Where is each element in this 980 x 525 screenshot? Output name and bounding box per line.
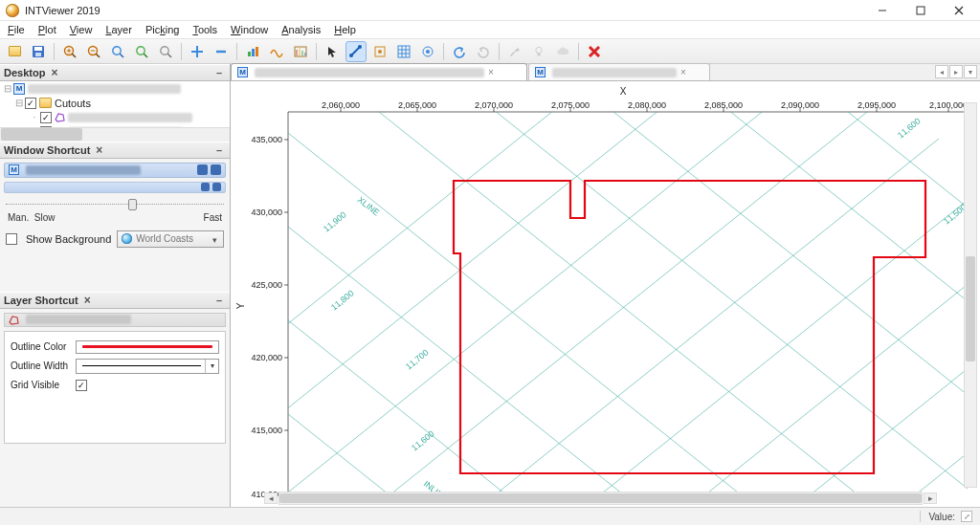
svg-point-32: [358, 45, 362, 49]
menu-analysis[interactable]: Analysis: [278, 23, 324, 36]
tab-nav-prev[interactable]: ◂: [935, 65, 948, 78]
svg-text:11,900: 11,900: [322, 209, 348, 233]
layer-shortcut-collapse-icon[interactable]: –: [212, 295, 226, 306]
target-button[interactable]: [417, 41, 438, 62]
undo-button[interactable]: [449, 41, 470, 62]
menu-layer[interactable]: Layer: [101, 23, 136, 36]
ws-window-item[interactable]: M: [4, 163, 226, 178]
tree-h-scrollbar[interactable]: [0, 127, 230, 142]
chart-spectrum-button[interactable]: [290, 41, 311, 62]
wrench-button[interactable]: [504, 41, 525, 62]
tab-nav-next[interactable]: ▸: [949, 65, 963, 78]
menu-picking[interactable]: Picking: [142, 23, 183, 36]
map-plot[interactable]: X 2,060,0002,065,0002,070,000 2,075,0002…: [231, 81, 980, 507]
svg-text:11,800: 11,800: [329, 288, 356, 312]
svg-line-88: [642, 330, 980, 507]
pointer-button[interactable]: [322, 41, 343, 62]
svg-point-34: [378, 50, 382, 54]
delete-button[interactable]: [584, 41, 605, 62]
svg-text:11,600: 11,600: [896, 116, 923, 140]
svg-line-8: [72, 54, 76, 57]
titlebar: INTViewer 2019: [0, 0, 980, 21]
tab-close-icon[interactable]: ×: [680, 67, 686, 77]
zoom-reset-button[interactable]: [155, 41, 176, 62]
menu-plot[interactable]: Plot: [34, 23, 60, 36]
desktop-panel-collapse-icon[interactable]: –: [212, 67, 226, 78]
menu-view[interactable]: View: [66, 23, 97, 36]
desktop-panel-close-icon[interactable]: ×: [49, 67, 59, 78]
ws-slow-label: Slow: [34, 212, 56, 223]
window-minimize-button[interactable]: [863, 0, 902, 21]
show-background-checkbox[interactable]: [6, 233, 17, 245]
outline-color-picker[interactable]: [76, 340, 219, 354]
svg-text:415,000: 415,000: [251, 426, 282, 435]
menu-file[interactable]: File: [4, 23, 29, 36]
window-maximize-button[interactable]: [902, 0, 940, 21]
status-expand-icon[interactable]: ⤢: [961, 511, 972, 522]
window-shortcut-header[interactable]: Window Shortcut × –: [0, 142, 230, 159]
menu-window[interactable]: Window: [227, 23, 272, 36]
grid-visible-checkbox[interactable]: ✓: [76, 380, 87, 391]
toolbar-separator: [578, 43, 579, 60]
redo-button[interactable]: [473, 41, 494, 62]
grid-edit-button[interactable]: [393, 41, 414, 62]
zoom-rubber-button[interactable]: [107, 41, 128, 62]
menu-help[interactable]: Help: [330, 23, 360, 36]
svg-rect-25: [256, 47, 258, 56]
layer-item-header[interactable]: [4, 313, 226, 327]
window-close-button[interactable]: [940, 0, 978, 21]
desktop-panel-header[interactable]: Desktop × –: [0, 64, 230, 81]
chevron-down-icon: ▾: [209, 234, 220, 246]
background-combo[interactable]: World Coasts ▾: [117, 230, 224, 248]
tab-nav-menu[interactable]: ▾: [964, 65, 977, 78]
svg-text:Y: Y: [235, 302, 246, 309]
scroll-right-icon[interactable]: ▸: [924, 492, 937, 504]
minus-button[interactable]: [211, 41, 232, 62]
layer-shortcut-header[interactable]: Layer Shortcut × –: [0, 292, 230, 309]
x-axis-title: X: [620, 86, 627, 97]
desktop-tree[interactable]: ⊟M ⊟✓Cutouts ·✓ ·✓ ·✓ ·✓ ·✓ ⊟M ·✓: [0, 81, 230, 142]
layer-shortcut-close-icon[interactable]: ×: [82, 295, 93, 306]
zoom-out-button[interactable]: [83, 41, 104, 62]
statusbar: Value: ⤢: [0, 507, 980, 525]
chart-bar-button[interactable]: [242, 41, 263, 62]
lightbulb-button[interactable]: [528, 41, 549, 62]
svg-rect-43: [538, 53, 541, 55]
outline-width-combo[interactable]: ▾: [76, 359, 219, 374]
document-tab-1[interactable]: M×: [231, 63, 527, 80]
menu-tools[interactable]: Tools: [189, 23, 221, 36]
ruler-button[interactable]: [345, 41, 367, 62]
ws-mini-icon: [211, 164, 221, 175]
svg-point-42: [536, 47, 542, 53]
svg-line-86: [527, 253, 980, 507]
plot-v-scrollbar[interactable]: [964, 102, 977, 488]
window-shortcut-collapse-icon[interactable]: –: [212, 144, 226, 156]
plot-h-scrollbar[interactable]: ◂ ▸: [278, 492, 923, 505]
svg-text:11,700: 11,700: [404, 347, 431, 371]
svg-line-12: [96, 54, 100, 57]
chart-wave-button[interactable]: [266, 41, 287, 62]
zoom-fit-button[interactable]: [131, 41, 152, 62]
app-logo-icon: [6, 4, 19, 17]
document-tab-2[interactable]: M×: [528, 63, 710, 80]
layer-shortcut-title: Layer Shortcut: [4, 295, 78, 306]
window-shortcut-close-icon[interactable]: ×: [94, 144, 104, 156]
cloud-button[interactable]: [552, 41, 573, 62]
grid-visible-label: Grid Visible: [11, 380, 70, 390]
save-button[interactable]: [28, 41, 49, 62]
svg-line-91: [231, 81, 881, 507]
playback-speed-slider[interactable]: [6, 197, 224, 210]
ws-manual-label: Man.: [8, 212, 29, 223]
zoom-in-button[interactable]: [59, 41, 80, 62]
svg-text:XLINE: XLINE: [356, 195, 382, 218]
status-value-label: Value:: [928, 512, 955, 522]
pan-button[interactable]: [187, 41, 208, 62]
open-folder-button[interactable]: [4, 41, 25, 62]
svg-rect-1: [917, 7, 924, 14]
scroll-left-icon[interactable]: ◂: [264, 492, 278, 504]
svg-point-41: [426, 50, 430, 54]
ws-fast-label: Fast: [204, 212, 222, 223]
svg-line-82: [298, 100, 881, 507]
pick-point-button[interactable]: [369, 41, 390, 62]
tab-close-icon[interactable]: ×: [488, 67, 494, 77]
